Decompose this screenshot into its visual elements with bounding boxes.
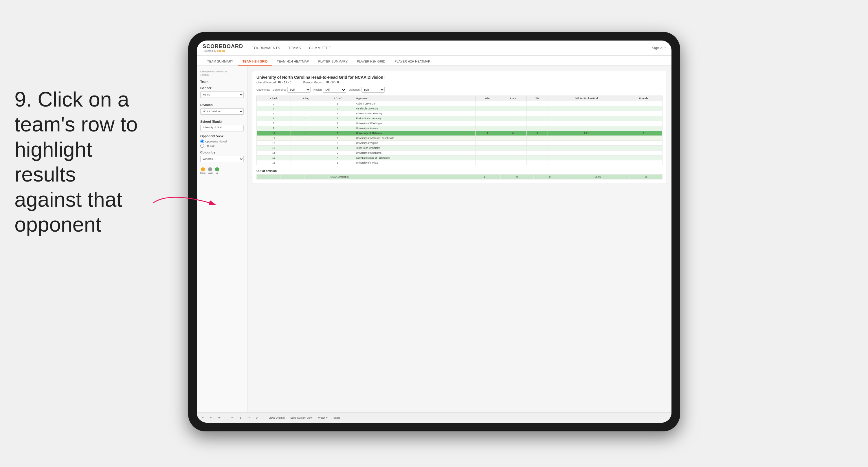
legend-down: Down: [200, 167, 206, 174]
logo-scoreboard: SCOREBOARD: [203, 43, 243, 50]
view-original-btn[interactable]: View: Original: [267, 416, 286, 420]
out-of-division-header: Out of division: [256, 169, 662, 173]
tab-team-h2h-grid[interactable]: TEAM H2H GRID: [238, 60, 272, 66]
tablet-screen: SCOREBOARD Powered by clippd TOURNAMENTS…: [197, 40, 672, 423]
opponent-view-label: Opponent View: [200, 134, 244, 138]
share-btn[interactable]: Share: [332, 416, 342, 420]
grid-records: Overall Record: 89 - 17 - 0 Division Rec…: [256, 81, 662, 84]
school-box: University of Nort...: [200, 125, 244, 132]
sign-out-link[interactable]: Sign out: [652, 46, 666, 50]
sub-nav: TEAM SUMMARY TEAM H2H GRID TEAM H2H HEAT…: [197, 56, 672, 66]
col-rounds: Rounds: [625, 96, 662, 101]
overall-record: Overall Record: 89 - 17 - 0: [256, 81, 291, 84]
legend-down-dot: [201, 167, 205, 171]
col-conf: # Conf: [321, 96, 354, 101]
table-row[interactable]: 13 - 1 Texas Tech University: [257, 146, 662, 150]
table-row[interactable]: 15 - 4 Georgia Institute of Technology: [257, 155, 662, 160]
out-division-rounds: 3: [629, 175, 662, 179]
division-record: Division Record: 88 - 17 - 0: [303, 81, 339, 84]
table-row[interactable]: 9 - 3 University of Arizona: [257, 126, 662, 131]
sidebar: Last Updated: 27/03/2024 16:55:38 Team G…: [197, 66, 247, 412]
col-win: Win: [475, 96, 499, 101]
legend-level-dot: [208, 167, 212, 171]
gender-dropdown[interactable]: Men's: [200, 91, 244, 98]
table-row[interactable]: 8 - 2 University of Washington: [257, 121, 662, 126]
out-division-diff: 26.00: [566, 175, 629, 179]
tab-player-h2h-grid[interactable]: PLAYER H2H GRID: [352, 60, 390, 66]
tab-team-h2h-heatmap[interactable]: TEAM H2H HEATMAP: [272, 60, 313, 66]
nav-link-committee[interactable]: COMMITTEE: [309, 46, 332, 50]
legend: Down Level Up: [200, 167, 244, 174]
col-loss: Loss: [499, 96, 527, 101]
conference-filter[interactable]: (All): [287, 87, 311, 93]
table-row[interactable]: 16 - 3 University of Florida: [257, 160, 662, 165]
tablet-frame: SCOREBOARD Powered by clippd TOURNAMENTS…: [188, 32, 680, 431]
legend-up-dot: [215, 167, 219, 171]
back-btn[interactable]: ↩: [246, 416, 251, 420]
filter-opponent-group: Opponent (All): [349, 87, 385, 93]
sidebar-team-label: Team: [200, 80, 244, 83]
tab-player-h2h-heatmap[interactable]: PLAYER H2H HEATMAP: [390, 60, 435, 66]
stop-btn[interactable]: ⊘: [254, 416, 259, 420]
out-division-loss: 0: [501, 175, 533, 179]
table-row[interactable]: 6 - 2 Florida State University: [257, 116, 662, 121]
opponent-filter[interactable]: (All): [362, 87, 385, 93]
toolbar-divider-1: [226, 415, 226, 420]
col-diff: Diff Av Strokes/Rnd: [548, 96, 625, 101]
nav-links: TOURNAMENTS TEAMS COMMITTEE: [252, 46, 649, 50]
filter-row: Opponents: Conference (All) Region (All): [256, 87, 662, 93]
col-tie: Tie: [527, 96, 548, 101]
radio-top100[interactable]: Top 100: [200, 144, 244, 148]
filter-conference-group: Conference (All): [273, 87, 311, 93]
out-division-win: 1: [468, 175, 501, 179]
grid-container: University of North Carolina Head-to-Hea…: [252, 71, 667, 184]
filter-region-group: Region (All): [313, 87, 346, 93]
redo-btn[interactable]: ↪: [208, 416, 214, 420]
col-reg: # Reg: [291, 96, 321, 101]
table-row[interactable]: 11 - 5 University of Alabama 3 0 0 2.61 …: [257, 131, 662, 136]
sidebar-school-label: School (Rank): [200, 120, 244, 123]
radio-opponents-played[interactable]: Opponents Played: [200, 140, 244, 143]
nav-link-teams[interactable]: TEAMS: [288, 46, 301, 50]
tab-team-summary[interactable]: TEAM SUMMARY: [203, 60, 238, 66]
refresh-btn[interactable]: ⟳: [216, 416, 222, 420]
toolbar-divider-2: [263, 415, 264, 420]
tab-player-summary[interactable]: PLAYER SUMMARY: [313, 60, 352, 66]
logo-area: SCOREBOARD Powered by clippd: [203, 43, 243, 52]
undo-btn[interactable]: ↩: [200, 416, 206, 420]
nav-link-tournaments[interactable]: TOURNAMENTS: [252, 46, 280, 50]
add-btn[interactable]: ⊕: [238, 416, 243, 420]
legend-level: Level: [208, 167, 213, 174]
col-rank: # Rank: [257, 96, 291, 101]
logo-powered: Powered by clippd: [203, 50, 243, 52]
save-custom-btn[interactable]: Save Custom View: [288, 416, 314, 420]
region-filter[interactable]: (All): [323, 87, 346, 93]
nav-right: | Sign out: [649, 46, 666, 50]
instruction-text: 9. Click on a team's row to highlight re…: [14, 87, 145, 237]
sidebar-timestamp: Last Updated: 27/03/2024 16:55:38: [200, 70, 244, 77]
opponent-view-radio-group: Opponents Played Top 100: [200, 140, 244, 148]
colour-by-dropdown[interactable]: Win/loss: [200, 156, 244, 162]
division-dropdown[interactable]: NCAA Division I: [200, 108, 244, 115]
table-row[interactable]: 2 - 1 Auburn University: [257, 101, 662, 106]
grid-area: University of North Carolina Head-to-Hea…: [247, 66, 672, 412]
table-row[interactable]: 12 - 3 University of Virginia: [257, 141, 662, 146]
col-opponent: Opponent: [354, 96, 475, 101]
table-header-row: # Rank # Reg # Conf Opponent Win Loss Ti…: [257, 96, 662, 101]
cut-btn[interactable]: ✂: [229, 416, 235, 420]
sidebar-gender-label: Gender: [200, 86, 244, 90]
out-division-row[interactable]: NCAA Division II 1 0 0 26.00 3: [257, 175, 662, 179]
sidebar-division-label: Division: [200, 103, 244, 107]
legend-up: Up: [215, 167, 219, 174]
table-row[interactable]: 14 - 2 University of Oklahoma: [257, 150, 662, 155]
nav-bar: SCOREBOARD Powered by clippd TOURNAMENTS…: [197, 40, 672, 56]
filter-opponents: Opponents:: [256, 88, 270, 91]
table-row[interactable]: 3 - 2 Vanderbilt University: [257, 106, 662, 111]
colour-by-label: Colour by: [200, 150, 244, 154]
out-division-table: NCAA Division II 1 0 0 26.00 3: [256, 174, 662, 179]
out-division-tie: 0: [533, 175, 566, 179]
main-content: Last Updated: 27/03/2024 16:55:38 Team G…: [197, 66, 672, 412]
table-row[interactable]: 4 - 1 Arizona State University: [257, 111, 662, 116]
table-row[interactable]: 11 - 6 University of Arkansas, Fayettevi…: [257, 136, 662, 141]
watch-btn[interactable]: Watch ▾: [316, 416, 329, 420]
